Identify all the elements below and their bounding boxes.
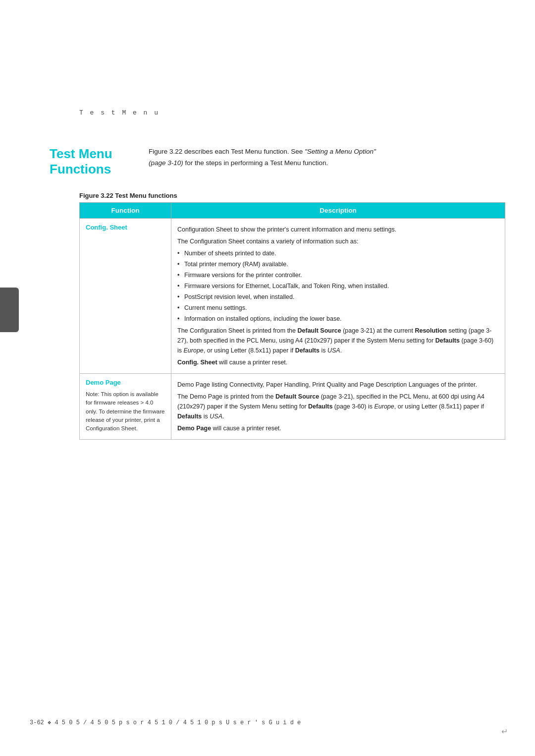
intro-text-after: for the steps in performing a Test Menu … [183, 159, 328, 167]
text-part: Defaults [295, 347, 320, 354]
description-cell-1: Demo Page listing Connectivity, Paper Ha… [171, 374, 505, 440]
text-part: (page 3-60) is [332, 403, 374, 410]
text-part: , or using Letter (8.5x11) paper if [204, 347, 295, 354]
page: T e s t M e n u Test Menu Functions Figu… [0, 0, 535, 756]
desc-para-mixed: Config. Sheet will cause a printer reset… [177, 357, 499, 367]
table-row: Demo PageNote: This option is available … [80, 374, 505, 440]
intro-text-before: Figure 3.22 describes each Test Menu fun… [149, 148, 305, 155]
footer: 3-62 ❖ 4 5 0 5 / 4 5 0 5 p s o r 4 5 1 0… [0, 719, 535, 726]
text-part: (page 3-21) at the current [341, 327, 415, 334]
text-part: The Demo Page is printed from the [177, 393, 275, 400]
text-part: is [202, 413, 210, 420]
text-part: Defaults [177, 413, 202, 420]
header-section: T e s t M e n u [0, 0, 535, 146]
text-part: . [222, 413, 224, 420]
col-header-function: Function [80, 203, 171, 219]
figure-label: Figure 3.22 Test Menu functions [79, 192, 535, 199]
text-part: . [340, 347, 342, 354]
list-item: Number of sheets printed to date. [177, 248, 499, 258]
corner-mark: ↵ [501, 727, 508, 736]
function-cell-0: Config. Sheet [80, 219, 171, 374]
desc-para: Configuration Sheet to show the printer'… [177, 225, 499, 234]
text-part: Resolution [415, 327, 447, 334]
text-part: Defaults [435, 337, 460, 344]
footer-left: 3-62 ❖ 4 5 0 5 / 4 5 0 5 p s o r 4 5 1 0… [30, 719, 301, 726]
text-part: Defaults [308, 403, 332, 410]
list-item: Current menu settings. [177, 303, 499, 313]
function-cell-1: Demo PageNote: This option is available … [80, 374, 171, 440]
col-header-description: Description [171, 203, 505, 219]
text-part: Europe [184, 347, 204, 354]
text-part: , or using Letter (8.5x11) paper if [394, 403, 484, 410]
text-part: Default Source [275, 393, 319, 400]
list-item: Firmware versions for Ethernet, LocalTal… [177, 281, 499, 291]
title-line1: Test Menu Functions [50, 146, 134, 177]
text-part: The Configuration Sheet is printed from … [177, 327, 298, 334]
desc-para-mixed: Demo Page will cause a printer reset. [177, 423, 499, 433]
desc-para-mixed: The Demo Page is printed from the Defaul… [177, 392, 499, 421]
function-name: Config. Sheet [86, 224, 127, 231]
text-part: will cause a printer reset. [217, 359, 288, 366]
text-part: is [320, 347, 327, 354]
list-item: Total printer memory (RAM) available. [177, 259, 499, 269]
functions-table: Function Description Config. SheetConfig… [79, 202, 505, 440]
text-part: Demo Page [177, 425, 211, 432]
text-part: USA [210, 413, 222, 420]
section-label: T e s t M e n u [79, 109, 535, 116]
text-part: will cause a printer reset. [211, 425, 281, 432]
desc-para: The Configuration Sheet contains a varie… [177, 236, 499, 246]
description-cell-0: Configuration Sheet to show the printer'… [171, 219, 505, 374]
list-item: PostScript revision level, when installe… [177, 292, 499, 302]
section-title: Test Menu Functions [50, 146, 134, 177]
desc-para: Demo Page listing Connectivity, Paper Ha… [177, 380, 499, 390]
left-tab-decoration [0, 288, 19, 332]
text-part: USA [327, 347, 340, 354]
table-header-row: Function Description [80, 203, 505, 219]
table-row: Config. SheetConfiguration Sheet to show… [80, 219, 505, 374]
bullet-list: Number of sheets printed to date.Total p… [177, 248, 499, 324]
list-item: Information on installed options, includ… [177, 314, 499, 324]
text-part: Config. Sheet [177, 359, 217, 366]
text-part: Europe [374, 403, 394, 410]
table-container: Function Description Config. SheetConfig… [79, 202, 505, 440]
text-part: Default Source [298, 327, 341, 334]
intro-text: Figure 3.22 describes each Test Menu fun… [149, 146, 386, 169]
function-note: Note: This option is available for firmw… [86, 390, 165, 433]
desc-para-mixed: The Configuration Sheet is printed from … [177, 326, 499, 355]
function-name: Demo Page [86, 379, 121, 386]
intro-block: Test Menu Functions Figure 3.22 describe… [50, 146, 535, 177]
list-item: Firmware versions for the printer contro… [177, 270, 499, 280]
